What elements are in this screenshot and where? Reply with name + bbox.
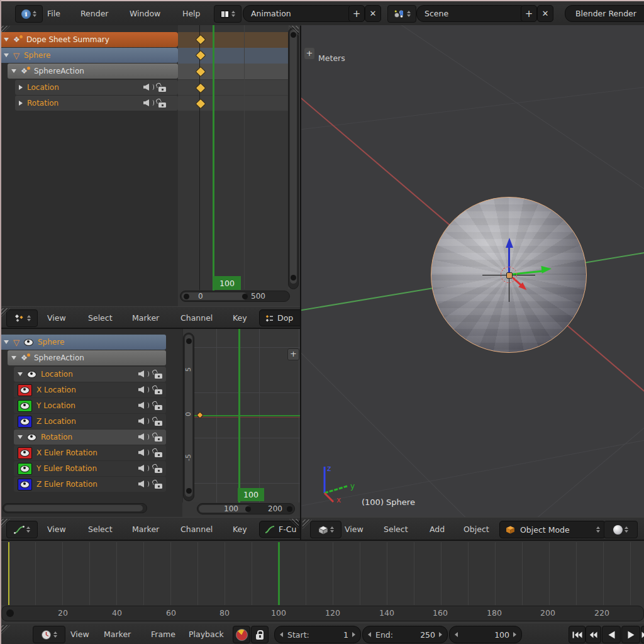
menu-view[interactable]: View bbox=[345, 525, 364, 534]
scene-name-field[interactable]: Scene bbox=[416, 5, 528, 22]
menu-marker[interactable]: Marker bbox=[132, 313, 159, 323]
menu-view[interactable]: View bbox=[70, 630, 89, 639]
add-layout-button[interactable]: + bbox=[348, 5, 365, 22]
current-frame-line[interactable] bbox=[278, 542, 280, 605]
expand-icon[interactable] bbox=[19, 101, 23, 106]
end-frame-field[interactable]: End: 250 bbox=[362, 626, 448, 643]
curve-color-swatch[interactable] bbox=[18, 400, 32, 412]
current-frame-field[interactable]: 100 bbox=[449, 626, 522, 643]
lock-toggle-button[interactable] bbox=[251, 626, 269, 643]
mute-speaker-icon[interactable] bbox=[138, 480, 144, 487]
start-frame-field[interactable]: Start: 1 bbox=[274, 626, 361, 643]
manipulator-y-arrowhead[interactable] bbox=[541, 265, 552, 274]
mute-speaker-icon[interactable] bbox=[138, 418, 144, 425]
unlock-icon[interactable] bbox=[158, 103, 166, 108]
increment-arrow-icon[interactable] bbox=[352, 632, 355, 637]
menu-file[interactable]: File bbox=[47, 9, 60, 18]
mute-speaker-icon[interactable] bbox=[138, 433, 144, 440]
menu-render[interactable]: Render bbox=[80, 9, 109, 18]
channel-row-object[interactable]: ▽ Sphere bbox=[0, 335, 166, 350]
mute-speaker-icon[interactable] bbox=[138, 386, 144, 393]
delete-layout-button[interactable]: ✕ bbox=[365, 5, 381, 22]
menu-marker[interactable]: Marker bbox=[104, 630, 131, 639]
channel-row-fcurve-z[interactable]: Z Location bbox=[14, 414, 166, 429]
previous-keyframe-button[interactable] bbox=[586, 626, 601, 643]
timeline-editor[interactable]: 20 40 60 80 100 120 140 160 180 200 220 bbox=[0, 541, 644, 623]
expand-icon[interactable] bbox=[18, 372, 23, 376]
mode-stepper-icon[interactable] bbox=[596, 526, 600, 533]
keyframe-marker-line[interactable] bbox=[8, 542, 9, 605]
increment-arrow-icon[interactable] bbox=[513, 632, 516, 637]
channel-row-fcurve-z[interactable]: Z Euler Rotation bbox=[14, 477, 166, 492]
menu-channel[interactable]: Channel bbox=[180, 525, 213, 534]
layout-name-field[interactable]: Animation bbox=[243, 5, 356, 22]
current-frame-line[interactable] bbox=[213, 25, 214, 291]
channel-row-fcurve-x[interactable]: X Location bbox=[14, 382, 166, 397]
mute-speaker-icon[interactable] bbox=[143, 99, 149, 106]
visibility-eye-icon[interactable] bbox=[20, 402, 30, 409]
delete-scene-button[interactable]: ✕ bbox=[537, 5, 553, 22]
scene-stepper-icon[interactable] bbox=[407, 11, 411, 17]
menu-marker[interactable]: Marker bbox=[132, 525, 159, 534]
visibility-eye-icon[interactable] bbox=[20, 387, 30, 394]
scrollbar-handle[interactable] bbox=[290, 30, 297, 284]
visibility-eye-icon[interactable] bbox=[20, 465, 30, 472]
unlock-icon[interactable] bbox=[155, 374, 162, 379]
editor-type-selector-dope[interactable] bbox=[6, 309, 38, 327]
channel-row-fcurve-y[interactable]: Y Location bbox=[14, 398, 166, 413]
unlock-icon[interactable] bbox=[155, 389, 162, 394]
menu-channel[interactable]: Channel bbox=[180, 313, 213, 323]
editor-stepper-icon[interactable] bbox=[330, 526, 334, 533]
corner-resize-widget[interactable] bbox=[1, 625, 10, 635]
visibility-eye-icon[interactable] bbox=[20, 418, 30, 425]
unlock-icon[interactable] bbox=[155, 484, 162, 489]
dope-horizontal-scrollbar[interactable]: 0 500 bbox=[180, 291, 290, 302]
expand-icon[interactable] bbox=[4, 53, 9, 57]
play-reverse-button[interactable] bbox=[602, 626, 621, 643]
visibility-eye-icon[interactable] bbox=[27, 371, 36, 378]
scrollbar-dot[interactable] bbox=[242, 294, 248, 299]
channel-row-fcurve-y[interactable]: Y Euler Rotation bbox=[14, 461, 166, 476]
dope-mode-dropdown[interactable]: Dop bbox=[259, 309, 300, 326]
screen-layout-selector[interactable] bbox=[214, 5, 242, 23]
editor-type-selector-graph[interactable] bbox=[6, 521, 38, 538]
channel-row-object[interactable]: ▽ Sphere bbox=[0, 48, 178, 63]
curve-color-swatch[interactable] bbox=[18, 447, 32, 459]
menu-key[interactable]: Key bbox=[233, 525, 247, 534]
scrollbar-dot[interactable] bbox=[186, 488, 192, 494]
view-plus-button[interactable]: + bbox=[304, 48, 314, 59]
jump-to-start-button[interactable] bbox=[569, 626, 586, 643]
unlock-icon[interactable] bbox=[155, 405, 162, 410]
unlock-icon[interactable] bbox=[158, 87, 166, 92]
scrollbar-dot[interactable] bbox=[291, 275, 296, 280]
mute-speaker-icon[interactable] bbox=[143, 84, 149, 91]
curve-color-swatch[interactable] bbox=[18, 416, 32, 428]
menu-frame[interactable]: Frame bbox=[151, 630, 175, 639]
visibility-eye-icon[interactable] bbox=[24, 339, 33, 346]
menu-select[interactable]: Select bbox=[88, 313, 113, 323]
curve-color-swatch[interactable] bbox=[18, 384, 32, 396]
visibility-eye-icon[interactable] bbox=[20, 450, 30, 457]
menu-window[interactable]: Window bbox=[130, 9, 160, 18]
channel-row-location[interactable]: Location bbox=[15, 80, 178, 95]
fcurve-x-flat[interactable] bbox=[194, 417, 300, 418]
scrollbar-dot[interactable] bbox=[186, 338, 192, 344]
expand-icon[interactable] bbox=[19, 85, 23, 90]
visibility-eye-icon[interactable] bbox=[27, 434, 36, 441]
expand-icon[interactable] bbox=[11, 69, 16, 73]
scrollbar-handle[interactable] bbox=[4, 505, 143, 511]
current-frame-line[interactable] bbox=[238, 329, 240, 502]
scrollbar-dot[interactable] bbox=[287, 506, 292, 512]
render-engine-field[interactable]: Blender Render bbox=[565, 5, 644, 22]
scrollbar-dot[interactable] bbox=[245, 506, 251, 512]
mute-speaker-icon[interactable] bbox=[138, 465, 144, 472]
editor-stepper-icon[interactable] bbox=[26, 526, 30, 533]
scrollbar-dot[interactable] bbox=[6, 609, 14, 617]
menu-view[interactable]: View bbox=[47, 525, 66, 534]
mute-speaker-icon[interactable] bbox=[138, 370, 144, 377]
menu-playback[interactable]: Playback bbox=[189, 630, 224, 639]
unlock-icon[interactable] bbox=[155, 421, 162, 426]
viewport-shading-dropdown[interactable] bbox=[604, 521, 638, 538]
menu-select[interactable]: Select bbox=[88, 525, 113, 534]
scrollbar-handle[interactable] bbox=[182, 292, 247, 300]
